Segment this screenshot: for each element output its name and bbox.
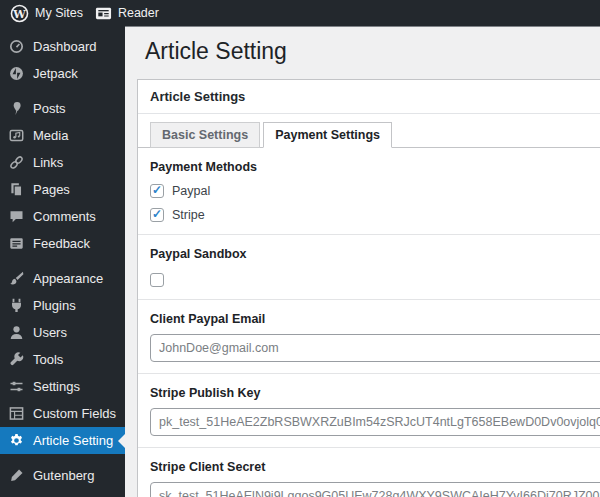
sidebar-item-label: Jetpack bbox=[33, 66, 78, 81]
stripe-option-label: Stripe bbox=[172, 208, 205, 222]
menu-separator bbox=[0, 454, 125, 462]
reader-label: Reader bbox=[118, 6, 159, 20]
sidebar-item-users[interactable]: Users bbox=[0, 319, 125, 346]
sidebar-item-tools[interactable]: Tools bbox=[0, 346, 125, 373]
sidebar-item-settings[interactable]: Settings bbox=[0, 373, 125, 400]
my-sites-label: My Sites bbox=[35, 6, 83, 20]
stripe-publish-key-section: Stripe Publish Key bbox=[138, 373, 600, 447]
wrench-icon bbox=[9, 352, 24, 367]
sidebar-item-label: Posts bbox=[33, 101, 66, 116]
sidebar-item-appearance[interactable]: Appearance bbox=[0, 265, 125, 292]
paypal-sandbox-checkbox[interactable] bbox=[150, 273, 164, 287]
paypal-option-row: Paypal bbox=[150, 183, 600, 199]
sidebar-item-media[interactable]: Media bbox=[0, 122, 125, 149]
sidebar-item-label: Plugins bbox=[33, 298, 76, 313]
sidebar-item-label: Dashboard bbox=[33, 39, 97, 54]
menu-separator bbox=[0, 257, 125, 265]
paypal-sandbox-label: Paypal Sandbox bbox=[150, 247, 600, 262]
client-paypal-email-input[interactable] bbox=[150, 334, 600, 362]
my-sites-menu[interactable]: W My Sites bbox=[8, 0, 93, 26]
sidebar-item-jetpack[interactable]: Jetpack bbox=[0, 60, 125, 87]
sidebar-item-label: Custom Fields bbox=[33, 406, 116, 421]
sidebar: Dashboard Jetpack Posts bbox=[0, 26, 125, 497]
paypal-sandbox-section: Paypal Sandbox bbox=[138, 234, 600, 299]
tab-payment-settings[interactable]: Payment Settings bbox=[263, 122, 392, 148]
reader-icon bbox=[95, 5, 112, 22]
paypal-option-label: Paypal bbox=[172, 184, 210, 198]
sidebar-item-label: Feedback bbox=[33, 236, 90, 251]
stripe-publish-key-label: Stripe Publish Key bbox=[150, 386, 600, 401]
sidebar-item-label: Comments bbox=[33, 209, 96, 224]
sidebar-item-links[interactable]: Links bbox=[0, 149, 125, 176]
stripe-option-row: Stripe bbox=[150, 207, 600, 223]
payment-methods-label: Payment Methods bbox=[150, 160, 600, 175]
sidebar-item-pages[interactable]: Pages bbox=[0, 176, 125, 203]
tab-basic-settings[interactable]: Basic Settings bbox=[150, 122, 260, 148]
pencil-icon bbox=[9, 468, 24, 483]
sidebar-item-dashboard[interactable]: Dashboard bbox=[0, 33, 125, 60]
sidebar-item-plugins[interactable]: Plugins bbox=[0, 292, 125, 319]
svg-text:W: W bbox=[12, 7, 26, 20]
client-paypal-email-section: Client Paypal Email bbox=[138, 299, 600, 373]
client-paypal-email-label: Client Paypal Email bbox=[150, 312, 600, 327]
pushpin-icon bbox=[9, 101, 24, 116]
sidebar-item-custom-fields[interactable]: Custom Fields bbox=[0, 400, 125, 427]
sidebar-item-posts[interactable]: Posts bbox=[0, 95, 125, 122]
content-area: Article Setting Article Settings Basic S… bbox=[125, 26, 600, 497]
stripe-client-secret-section: Stripe Client Secret bbox=[138, 447, 600, 497]
pages-icon bbox=[9, 182, 24, 197]
stripe-client-secret-label: Stripe Client Secret bbox=[150, 460, 600, 475]
article-setting-gear-icon bbox=[9, 433, 24, 448]
dashboard-icon bbox=[9, 39, 24, 54]
user-icon bbox=[9, 325, 24, 340]
sidebar-item-label: Pages bbox=[33, 182, 70, 197]
paintbrush-icon bbox=[9, 271, 24, 286]
stripe-checkbox[interactable] bbox=[150, 208, 164, 222]
payment-methods-section: Payment Methods Paypal Stripe bbox=[138, 148, 600, 234]
stripe-client-secret-input[interactable] bbox=[150, 482, 600, 497]
menu-separator bbox=[0, 87, 125, 95]
sliders-icon bbox=[9, 379, 24, 394]
sidebar-item-label: Appearance bbox=[33, 271, 103, 286]
sidebar-item-gutenberg[interactable]: Gutenberg bbox=[0, 462, 125, 489]
sidebar-item-comments[interactable]: Comments bbox=[0, 203, 125, 230]
wordpress-logo-icon: W bbox=[10, 4, 29, 23]
sidebar-item-label: Users bbox=[33, 325, 67, 340]
chain-link-icon bbox=[9, 155, 24, 170]
paypal-sandbox-row bbox=[150, 272, 600, 288]
stripe-publish-key-input[interactable] bbox=[150, 408, 600, 436]
panel-title: Article Settings bbox=[138, 80, 600, 114]
article-settings-panel: Article Settings Basic Settings Payment … bbox=[137, 79, 600, 497]
paypal-checkbox[interactable] bbox=[150, 184, 164, 198]
sidebar-item-label: Article Setting bbox=[33, 433, 113, 448]
sidebar-item-label: Tools bbox=[33, 352, 63, 367]
admin-bar: W My Sites Reader bbox=[0, 0, 600, 26]
sidebar-item-label: Media bbox=[33, 128, 68, 143]
table-grid-icon bbox=[9, 406, 24, 421]
jetpack-icon bbox=[9, 66, 24, 81]
tab-bar: Basic Settings Payment Settings bbox=[138, 114, 600, 148]
feedback-form-icon bbox=[9, 236, 24, 251]
sidebar-item-article-setting[interactable]: Article Setting bbox=[0, 427, 125, 454]
sidebar-item-label: Settings bbox=[33, 379, 80, 394]
page-title: Article Setting bbox=[145, 38, 600, 66]
sidebar-item-label: Links bbox=[33, 155, 63, 170]
speech-bubble-icon bbox=[9, 209, 24, 224]
sidebar-item-feedback[interactable]: Feedback bbox=[0, 230, 125, 257]
media-icon bbox=[9, 128, 24, 143]
plug-icon bbox=[9, 298, 24, 313]
sidebar-item-label: Gutenberg bbox=[33, 468, 94, 483]
reader-menu[interactable]: Reader bbox=[93, 0, 169, 26]
